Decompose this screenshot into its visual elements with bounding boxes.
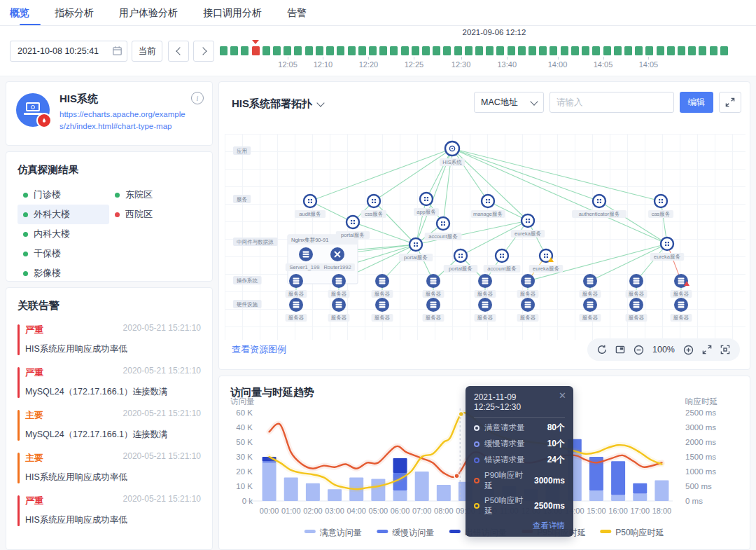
timeline-block[interactable] bbox=[475, 46, 483, 55]
timeline-block[interactable] bbox=[657, 46, 664, 55]
bar-满意访问量-07:00[interactable] bbox=[415, 472, 429, 501]
topology-node-服务器[interactable]: 服务器 bbox=[372, 298, 393, 322]
timeline-block[interactable] bbox=[390, 46, 398, 55]
timeline-block[interactable] bbox=[645, 46, 653, 55]
bar-满意访问量-08:00[interactable] bbox=[437, 485, 451, 501]
prev-button[interactable] bbox=[168, 41, 189, 62]
tab-告警[interactable]: 告警 bbox=[274, 1, 319, 25]
timeline-block[interactable] bbox=[710, 46, 718, 55]
bar-满意访问量-02:00[interactable] bbox=[306, 483, 320, 501]
bar-满意访问量-17:00[interactable] bbox=[633, 494, 647, 502]
bar-满意访问量-16:00[interactable] bbox=[611, 495, 625, 501]
timeline-block[interactable] bbox=[603, 46, 611, 55]
alert-item[interactable]: 主要2020-05-21 15:21:10MySQL24（172.17.166.… bbox=[18, 408, 201, 441]
bar-满意访问量-05:00[interactable] bbox=[371, 479, 385, 502]
health-timeline[interactable]: 2021-09-06 12:1212:0512:1012:2012:2512:3… bbox=[220, 41, 731, 73]
bar-满意访问量-00:00[interactable] bbox=[262, 462, 276, 501]
topology-node-服务器[interactable]: 服务器 bbox=[286, 298, 307, 322]
topology-node-服务器[interactable]: 服务器 bbox=[328, 298, 350, 322]
timeline-block[interactable] bbox=[273, 46, 281, 55]
timeline-block[interactable] bbox=[326, 46, 334, 55]
timeline-block[interactable] bbox=[294, 46, 302, 55]
edit-button[interactable]: 编辑 bbox=[680, 92, 713, 113]
alert-item[interactable]: 严重2020-05-21 15:21:10MySQL24（172.17.166.… bbox=[18, 366, 201, 398]
timeline-block[interactable] bbox=[635, 46, 643, 55]
timeline-block[interactable] bbox=[401, 46, 409, 55]
topology-node-服务器[interactable]: 服务器 bbox=[475, 298, 496, 322]
timeline-block[interactable] bbox=[230, 46, 238, 55]
timeline-block[interactable] bbox=[550, 46, 557, 55]
timeline-block[interactable] bbox=[305, 46, 313, 55]
timeline-block[interactable] bbox=[337, 46, 344, 55]
next-button[interactable] bbox=[193, 41, 214, 62]
timeline-block[interactable] bbox=[518, 46, 526, 55]
probe-item-东院区[interactable]: 东院区 bbox=[109, 185, 201, 205]
tab-概览[interactable]: 概览 bbox=[10, 1, 42, 25]
topology-node-app服务[interactable]: app服务 bbox=[414, 193, 439, 216]
timeline-block[interactable] bbox=[561, 46, 568, 55]
minimap-icon[interactable] bbox=[615, 345, 625, 355]
timeline-block[interactable] bbox=[528, 46, 536, 55]
timeline-block[interactable] bbox=[358, 46, 366, 55]
timeline-block[interactable] bbox=[539, 46, 547, 55]
timeline-block[interactable] bbox=[262, 46, 270, 55]
topology-node-服务器[interactable]: 服务器 bbox=[626, 274, 648, 298]
timeline-block[interactable] bbox=[688, 46, 696, 55]
topology-node-服务器[interactable]: 服务器 bbox=[517, 298, 539, 322]
topology-node-服务器[interactable]: 服务器 bbox=[671, 298, 692, 322]
fit-screen-icon[interactable] bbox=[720, 345, 730, 355]
timeline-block[interactable] bbox=[507, 46, 515, 55]
date-input[interactable] bbox=[10, 41, 127, 62]
bar-满意访问量-01:00[interactable] bbox=[284, 477, 298, 501]
topology-node-服务器[interactable]: 服务器 bbox=[423, 274, 444, 298]
probe-item-外科大楼[interactable]: 外科大楼 bbox=[18, 205, 109, 224]
tab-接口调用分析[interactable]: 接口调用分析 bbox=[190, 1, 274, 25]
timeline-block[interactable] bbox=[678, 46, 685, 55]
bar-缓慢访问量-16:00[interactable] bbox=[611, 461, 625, 495]
filter-type-select[interactable]: MAC地址 bbox=[474, 92, 544, 113]
topology-title[interactable]: HIS系统部署拓扑 bbox=[232, 97, 323, 111]
bar-满意访问量-15:00[interactable] bbox=[589, 490, 603, 501]
topology-node-服务器[interactable]: 服务器 bbox=[626, 298, 648, 322]
timeline-block[interactable] bbox=[412, 46, 419, 55]
bar-满意访问量-06:00[interactable] bbox=[393, 490, 407, 501]
topology-node-服务器[interactable]: 服务器 bbox=[423, 298, 444, 322]
timeline-block[interactable] bbox=[284, 46, 291, 55]
topology-node-HIS系统[interactable]: HIS系统 bbox=[440, 142, 465, 166]
timeline-block[interactable] bbox=[667, 46, 675, 55]
topology-graph[interactable]: Nginx集群90-91HIS系统audit服务css服务app服务manage… bbox=[225, 134, 746, 340]
probe-item-门诊楼[interactable]: 门诊楼 bbox=[18, 185, 109, 205]
timeline-block[interactable] bbox=[486, 46, 493, 55]
timeline-block[interactable] bbox=[316, 46, 323, 55]
timeline-block[interactable] bbox=[241, 46, 248, 55]
info-icon[interactable]: i bbox=[191, 92, 204, 104]
topology-node-eureka服务[interactable]: eureka服务 bbox=[529, 249, 564, 273]
topology-node-account服务[interactable]: account服务 bbox=[484, 249, 521, 273]
application-url-link[interactable]: https://echarts.apache.org/examples/zh/i… bbox=[59, 109, 188, 133]
bar-满意访问量-03:00[interactable] bbox=[328, 489, 342, 501]
topology-node-css服务[interactable]: css服务 bbox=[361, 195, 386, 218]
topology-node-服务器[interactable]: 服务器 bbox=[580, 298, 601, 322]
refresh-icon[interactable] bbox=[597, 345, 607, 355]
timeline-block[interactable] bbox=[582, 46, 589, 55]
timeline-block[interactable] bbox=[454, 46, 462, 55]
timeline-block[interactable] bbox=[369, 46, 377, 55]
timeline-block[interactable] bbox=[614, 46, 622, 55]
current-button[interactable]: 当前 bbox=[132, 41, 162, 62]
legend-item-缓慢访问量[interactable]: 缓慢访问量 bbox=[377, 528, 434, 537]
timeline-block[interactable] bbox=[348, 46, 356, 55]
timeline-block[interactable] bbox=[496, 46, 504, 55]
legend-item-满意访问量[interactable]: 满意访问量 bbox=[304, 528, 362, 537]
search-input[interactable] bbox=[550, 97, 672, 107]
timeline-block[interactable] bbox=[379, 46, 387, 55]
topology-node-manage服务[interactable]: manage服务 bbox=[471, 195, 505, 218]
expand-icon[interactable] bbox=[702, 345, 712, 355]
timeline-block-alert[interactable] bbox=[252, 46, 260, 55]
timeline-block[interactable] bbox=[624, 46, 632, 55]
topology-node-eureka服务[interactable]: eureka服务 bbox=[511, 214, 545, 238]
topology-node-authenticator服务[interactable]: authenticator服务 bbox=[572, 195, 626, 218]
timeline-block[interactable] bbox=[433, 46, 440, 55]
bar-满意访问量-18:00[interactable] bbox=[654, 481, 668, 501]
topology-node-portal服务[interactable]: portal服务 bbox=[336, 216, 370, 239]
resource-legend-link[interactable]: 查看资源图例 bbox=[232, 343, 286, 356]
